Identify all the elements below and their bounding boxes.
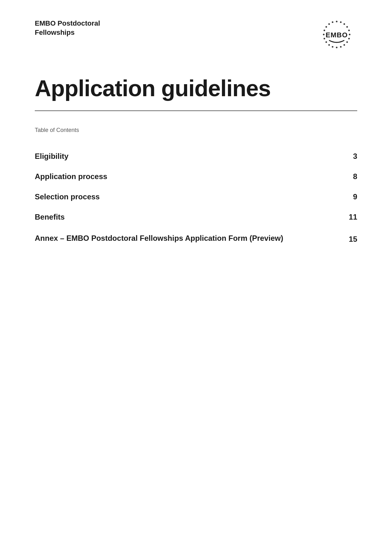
svg-point-7 (346, 41, 348, 43)
toc-page-eligibility: 3 (345, 152, 357, 161)
toc-item-application-process: Application process (35, 172, 345, 181)
svg-point-9 (340, 46, 342, 48)
embo-logo: EMBO (316, 19, 357, 51)
svg-point-16 (324, 30, 325, 31)
header-subtitle-text: Fellowships (35, 28, 75, 36)
svg-point-2 (344, 23, 345, 25)
svg-point-6 (348, 38, 350, 40)
svg-point-5 (349, 34, 351, 35)
header: EMBO Postdoctoral Fellowships (35, 19, 357, 51)
toc-item-benefits: Benefits (35, 213, 345, 221)
toc-row-eligibility[interactable]: Eligibility 3 (35, 146, 357, 166)
svg-point-8 (344, 44, 345, 46)
svg-point-15 (323, 34, 325, 35)
toc-page-application-process: 8 (345, 172, 357, 181)
svg-text:EMBO: EMBO (326, 31, 348, 39)
header-title-text: EMBO Postdoctoral (35, 19, 100, 27)
svg-point-17 (326, 26, 327, 28)
toc-item-annex: Annex – EMBO Postdoctoral Fellowships Ap… (35, 233, 345, 244)
toc-table: Eligibility 3 Application process 8 Sele… (35, 146, 357, 249)
svg-point-19 (332, 22, 334, 23)
toc-row-benefits[interactable]: Benefits 11 (35, 207, 357, 227)
toc-row-application-process[interactable]: Application process 8 (35, 166, 357, 187)
svg-point-14 (324, 38, 325, 40)
svg-point-10 (336, 47, 338, 48)
svg-point-13 (326, 41, 327, 43)
svg-point-12 (328, 44, 330, 46)
svg-point-1 (340, 22, 342, 23)
toc-row-selection-process[interactable]: Selection process 9 (35, 187, 357, 207)
svg-point-18 (328, 23, 330, 25)
toc-page-selection-process: 9 (345, 192, 357, 201)
toc-page-benefits: 11 (345, 213, 357, 221)
toc-label: Table of Contents (35, 127, 357, 134)
toc-item-selection-process: Selection process (35, 192, 345, 201)
svg-point-0 (336, 21, 338, 22)
toc-item-eligibility: Eligibility (35, 152, 345, 161)
svg-point-11 (332, 46, 334, 48)
document-title: EMBO Postdoctoral Fellowships (35, 19, 100, 37)
main-title: Application guidelines (35, 76, 357, 101)
svg-point-3 (346, 26, 348, 28)
toc-row-annex[interactable]: Annex – EMBO Postdoctoral Fellowships Ap… (35, 227, 357, 249)
toc-page-annex: 15 (345, 235, 357, 244)
divider (35, 110, 357, 111)
svg-point-4 (348, 30, 350, 31)
page: EMBO Postdoctoral Fellowships (0, 0, 392, 555)
